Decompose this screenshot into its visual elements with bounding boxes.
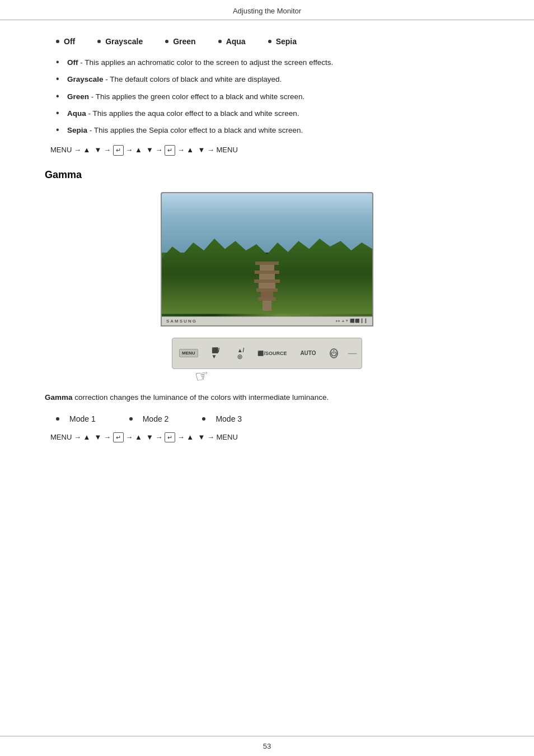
- monitor-controls: MENU ⬛/▼ ▲/◎ ⬛/SOURCE AUTO ⏻ — ☞: [172, 338, 362, 369]
- bullet-dot: [56, 40, 59, 43]
- enter-btn-2: ↵: [165, 145, 175, 155]
- nav-sequence-1: MENU → ▲ ▼ → ↵ → ▲ ▼ → ↵ → ▲ ▼ → MENU: [45, 145, 489, 155]
- term-green: Green: [67, 92, 89, 101]
- enter-btn-4: ↵: [165, 432, 175, 442]
- monitor-image-container: SAMSUNG ●● ▲▼ ⬛⬛ ▌ ▌ MENU ⬛/▼ ▲/◎ ⬛/SOUR…: [45, 192, 489, 369]
- pagoda-shape: [259, 264, 275, 309]
- modes-row: Mode 1 Mode 2 Mode 3: [45, 414, 489, 423]
- desc-aqua-text: Aqua - This applies the aqua color effec…: [67, 108, 299, 119]
- option-green-label: Green: [173, 37, 195, 46]
- monitor-screen-inner: [162, 193, 372, 325]
- option-grayscale-label: Grayscale: [105, 37, 143, 46]
- pagoda-layer-5: [263, 300, 271, 311]
- nav-sequence-2: MENU → ▲ ▼ → ↵ → ▲ ▼ → ↵ → ▲ ▼ → MENU: [45, 432, 489, 442]
- bullet-dot: [97, 40, 101, 43]
- hand-pointer-icon: ☞: [193, 366, 210, 386]
- desc-aqua-rest: - This applies the aqua color effect to …: [86, 109, 299, 118]
- bullet-symbol: •: [56, 125, 64, 134]
- term-sepia: Sepia: [67, 126, 87, 134]
- bullet-symbol: •: [56, 92, 64, 101]
- option-off-label: Off: [64, 37, 75, 46]
- menu-label: MENU: [179, 349, 198, 357]
- term-aqua: Aqua: [67, 109, 86, 118]
- term-grayscale: Grayscale: [67, 75, 104, 83]
- desc-aqua: • Aqua - This applies the aqua color eff…: [45, 108, 489, 119]
- mode2-item: Mode 2: [129, 414, 169, 423]
- ctrl-btn-nav: ⬛/▼: [212, 347, 220, 360]
- gamma-description: Gamma correction changes the luminance o…: [45, 391, 489, 404]
- gamma-heading: Gamma: [45, 169, 489, 181]
- ctrl-btn-up: ▲/◎: [237, 347, 245, 360]
- main-content: Off Grayscale Green Aqua Sepia •: [0, 20, 534, 736]
- ctrl-space: [227, 349, 229, 357]
- mode2-label: Mode 2: [143, 414, 169, 423]
- desc-sepia: • Sepia - This applies the Sepia color e…: [45, 125, 489, 136]
- enter-btn-3: ↵: [113, 432, 124, 442]
- desc-off: • Off - This applies an achromatic color…: [45, 57, 489, 68]
- dash-icon: —: [348, 348, 357, 358]
- mode3-item: Mode 3: [202, 414, 242, 423]
- bullet-dot: [268, 40, 271, 43]
- enter-btn: ↵: [113, 145, 124, 155]
- page-title: Adjusting the Monitor: [233, 7, 301, 15]
- desc-green-rest: - This applies the green color effect to…: [89, 92, 305, 101]
- option-aqua: Aqua: [218, 37, 246, 46]
- mode1-label: Mode 1: [69, 414, 96, 423]
- page-footer: 53: [0, 736, 534, 756]
- desc-green: • Green - This applies the green color e…: [45, 91, 489, 102]
- desc-green-text: Green - This applies the green color eff…: [67, 91, 305, 102]
- bullet-symbol: •: [56, 58, 64, 67]
- gamma-term: Gamma: [45, 393, 73, 402]
- mode3-label: Mode 3: [216, 414, 242, 423]
- ctrl-btn-source: ⬛/SOURCE: [257, 351, 287, 356]
- mode1-bullet: [56, 417, 59, 421]
- bullet-dot: [165, 40, 168, 43]
- page-wrapper: Adjusting the Monitor Off Grayscale Gree…: [0, 0, 534, 756]
- monitor-model: ●● ▲▼ ⬛⬛ ▌ ▌: [335, 319, 368, 323]
- monitor-screen: SAMSUNG ●● ▲▼ ⬛⬛ ▌ ▌: [161, 192, 373, 326]
- option-grayscale: Grayscale: [97, 37, 143, 46]
- desc-off-rest: - This applies an achromatic color to th…: [78, 58, 334, 67]
- page-header: Adjusting the Monitor: [0, 0, 534, 20]
- monitor-brand: SAMSUNG: [166, 319, 197, 324]
- term-off: Off: [67, 58, 78, 67]
- bullet-symbol: •: [56, 74, 64, 83]
- monitor-brand-bar: SAMSUNG ●● ▲▼ ⬛⬛ ▌ ▌: [162, 316, 372, 325]
- option-off: Off: [56, 37, 75, 46]
- desc-grayscale-rest: - The default colors of black and white …: [104, 75, 282, 83]
- mode2-bullet: [129, 417, 133, 421]
- page-number: 53: [263, 742, 271, 750]
- option-green: Green: [165, 37, 195, 46]
- desc-sepia-text: Sepia - This applies the Sepia color eff…: [67, 125, 303, 136]
- power-button[interactable]: ⏻: [330, 348, 338, 358]
- gamma-desc-text: correction changes the luminance of the …: [74, 393, 329, 402]
- option-aqua-label: Aqua: [226, 37, 246, 46]
- option-sepia: Sepia: [268, 37, 297, 46]
- bullet-symbol: •: [56, 109, 64, 118]
- mode1-item: Mode 1: [56, 414, 96, 423]
- bullet-dot: [218, 40, 222, 43]
- color-options-row: Off Grayscale Green Aqua Sepia: [45, 37, 489, 46]
- desc-off-text: Off - This applies an achromatic color t…: [67, 57, 333, 68]
- desc-grayscale-text: Grayscale - The default colors of black …: [67, 74, 282, 85]
- option-sepia-label: Sepia: [276, 37, 297, 46]
- ctrl-btn-auto: AUTO: [300, 350, 316, 356]
- desc-grayscale: • Grayscale - The default colors of blac…: [45, 74, 489, 85]
- mode3-bullet: [202, 417, 205, 421]
- desc-sepia-rest: - This applies the Sepia color effect to…: [87, 126, 303, 134]
